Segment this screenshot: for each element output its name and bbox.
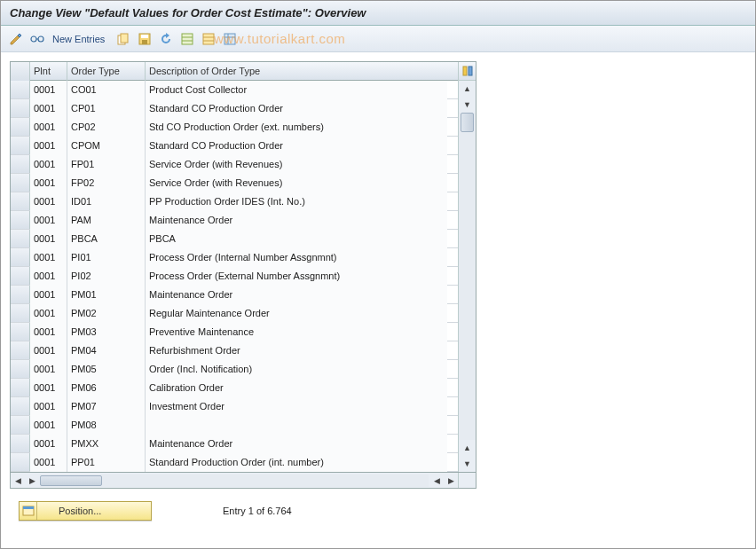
- table-row[interactable]: 0001PI01Process Order (Internal Number A…: [11, 248, 458, 267]
- scroll-up2-icon[interactable]: ▲: [459, 440, 476, 456]
- cell-order-type[interactable]: PM07: [67, 397, 146, 416]
- cell-plnt[interactable]: 0001: [30, 416, 67, 435]
- cell-order-type[interactable]: ID01: [67, 192, 146, 211]
- table-row[interactable]: 0001PM02Regular Maintenance Order: [11, 304, 458, 323]
- table-row[interactable]: 0001PM03Preventive Maintenance: [11, 323, 458, 341]
- cell-plnt[interactable]: 0001: [30, 304, 67, 323]
- header-description[interactable]: Description of Order Type: [146, 62, 447, 81]
- cell-plnt[interactable]: 0001: [30, 453, 67, 472]
- horizontal-scrollbar[interactable]: ◀ ▶ ◀ ▶: [10, 473, 476, 489]
- copy-icon[interactable]: [115, 31, 131, 47]
- cell-order-type[interactable]: FP02: [67, 174, 146, 192]
- cell-plnt[interactable]: 0001: [30, 118, 67, 137]
- table-row[interactable]: 0001CP01Standard CO Production Order: [11, 99, 458, 118]
- cell-order-type[interactable]: FP01: [67, 155, 146, 174]
- cell-description[interactable]: Standard CO Production Order: [146, 99, 447, 118]
- row-selector[interactable]: [11, 155, 30, 173]
- cell-description[interactable]: Refurbishment Order: [146, 341, 447, 360]
- scroll-thumb[interactable]: [461, 113, 474, 132]
- row-selector[interactable]: [11, 341, 30, 359]
- table-row[interactable]: 0001PM05Order (Incl. Notification): [11, 360, 458, 379]
- cell-description[interactable]: Investment Order: [146, 397, 447, 416]
- cell-description[interactable]: Maintenance Order: [146, 211, 447, 230]
- row-selector[interactable]: [11, 323, 30, 341]
- row-selector[interactable]: [11, 453, 30, 471]
- row-selector[interactable]: [11, 360, 30, 378]
- cell-order-type[interactable]: PM08: [67, 416, 146, 435]
- select-all-cell[interactable]: [11, 62, 30, 81]
- cell-order-type[interactable]: PBCA: [67, 230, 146, 248]
- cell-description[interactable]: Service Order (with Revenues): [146, 174, 447, 192]
- table-row[interactable]: 0001CP02Std CO Production Order (ext. nu…: [11, 118, 458, 137]
- cell-plnt[interactable]: 0001: [30, 174, 67, 192]
- table-row[interactable]: 0001CO01Product Cost Collector: [11, 81, 458, 99]
- cell-description[interactable]: Standard Production Order (int. number): [146, 453, 447, 472]
- column-config-icon[interactable]: [459, 62, 476, 81]
- scroll-down2-icon[interactable]: ▼: [459, 456, 476, 472]
- table-row[interactable]: 0001PMXXMaintenance Order: [11, 435, 458, 453]
- header-plnt[interactable]: Plnt: [30, 62, 67, 81]
- cell-description[interactable]: Regular Maintenance Order: [146, 304, 447, 323]
- scroll-right2-icon[interactable]: ▶: [444, 474, 458, 488]
- cell-plnt[interactable]: 0001: [30, 286, 67, 304]
- cell-order-type[interactable]: PM06: [67, 379, 146, 397]
- scroll-right-icon[interactable]: ▶: [25, 474, 39, 488]
- cell-plnt[interactable]: 0001: [30, 99, 67, 118]
- cell-description[interactable]: Order (Incl. Notification): [146, 360, 447, 379]
- cell-description[interactable]: Process Order (Internal Number Assgnmnt): [146, 248, 447, 267]
- row-selector[interactable]: [11, 137, 30, 154]
- hscroll-thumb[interactable]: [40, 475, 102, 486]
- cell-order-type[interactable]: PI02: [67, 267, 146, 286]
- cell-description[interactable]: Maintenance Order: [146, 286, 447, 304]
- row-selector[interactable]: [11, 286, 30, 303]
- table-row[interactable]: 0001PM01Maintenance Order: [11, 286, 458, 304]
- row-selector[interactable]: [11, 379, 30, 396]
- cell-plnt[interactable]: 0001: [30, 137, 67, 155]
- cell-plnt[interactable]: 0001: [30, 192, 67, 211]
- table-row[interactable]: 0001PI02Process Order (External Number A…: [11, 267, 458, 286]
- row-selector[interactable]: [11, 435, 30, 452]
- cell-description[interactable]: Std CO Production Order (ext. numbers): [146, 118, 447, 137]
- cell-description[interactable]: Service Order (with Revenues): [146, 155, 447, 174]
- scroll-down-icon[interactable]: ▼: [459, 97, 476, 113]
- cell-order-type[interactable]: PAM: [67, 211, 146, 230]
- cell-description[interactable]: Process Order (External Number Assgnmnt): [146, 267, 447, 286]
- cell-order-type[interactable]: PMXX: [67, 435, 146, 453]
- row-selector[interactable]: [11, 248, 30, 266]
- scroll-left2-icon[interactable]: ◀: [429, 474, 444, 488]
- cell-plnt[interactable]: 0001: [30, 267, 67, 286]
- cell-order-type[interactable]: PP01: [67, 453, 146, 472]
- cell-description[interactable]: Calibration Order: [146, 379, 447, 397]
- position-button[interactable]: Position...: [19, 501, 152, 521]
- cell-order-type[interactable]: PM04: [67, 341, 146, 360]
- row-selector[interactable]: [11, 211, 30, 229]
- cell-order-type[interactable]: PM02: [67, 304, 146, 323]
- select-all-icon[interactable]: [179, 31, 195, 47]
- table-row[interactable]: 0001CPOMStandard CO Production Order: [11, 137, 458, 155]
- cell-plnt[interactable]: 0001: [30, 248, 67, 267]
- cell-description[interactable]: PP Production Order IDES (Int. No.): [146, 192, 447, 211]
- table-settings-icon[interactable]: [222, 31, 238, 47]
- change-icon[interactable]: [8, 31, 24, 47]
- undo-icon[interactable]: [158, 31, 174, 47]
- vertical-scrollbar[interactable]: ▲ ▼ ▲ ▼: [458, 62, 476, 472]
- deselect-all-icon[interactable]: [201, 31, 217, 47]
- cell-order-type[interactable]: PM03: [67, 323, 146, 341]
- cell-description[interactable]: Preventive Maintenance: [146, 323, 447, 341]
- cell-plnt[interactable]: 0001: [30, 341, 67, 360]
- cell-plnt[interactable]: 0001: [30, 81, 67, 99]
- cell-plnt[interactable]: 0001: [30, 323, 67, 341]
- cell-plnt[interactable]: 0001: [30, 211, 67, 230]
- header-order-type[interactable]: Order Type: [67, 62, 146, 81]
- table-row[interactable]: 0001PM04Refurbishment Order: [11, 341, 458, 360]
- table-row[interactable]: 0001PBCAPBCA: [11, 230, 458, 248]
- row-selector[interactable]: [11, 397, 30, 415]
- cell-order-type[interactable]: PI01: [67, 248, 146, 267]
- cell-order-type[interactable]: PM05: [67, 360, 146, 379]
- cell-order-type[interactable]: CP02: [67, 118, 146, 137]
- row-selector[interactable]: [11, 304, 30, 322]
- cell-plnt[interactable]: 0001: [30, 379, 67, 397]
- table-row[interactable]: 0001ID01PP Production Order IDES (Int. N…: [11, 192, 458, 211]
- scroll-up-icon[interactable]: ▲: [459, 81, 476, 97]
- cell-description[interactable]: Standard CO Production Order: [146, 137, 447, 155]
